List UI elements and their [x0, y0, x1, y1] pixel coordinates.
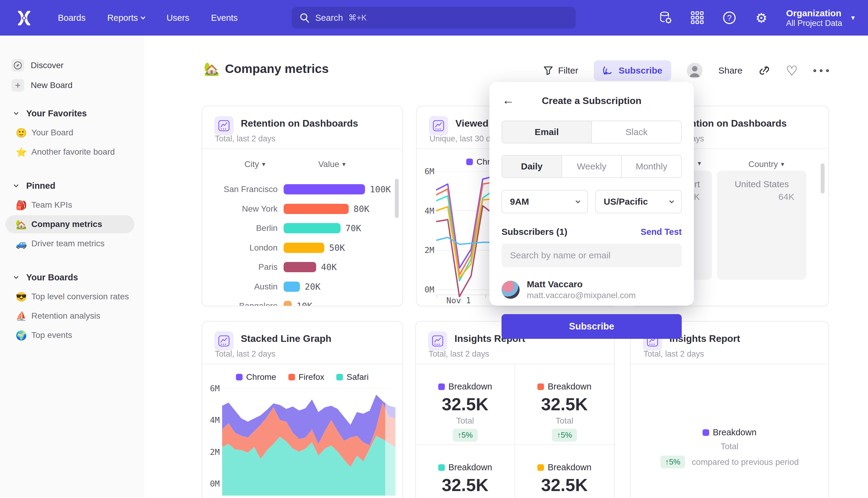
favorite-heart-button[interactable]: ♡: [786, 63, 798, 78]
y-tick: 4M: [417, 206, 434, 215]
legend-breakdown: Breakdown: [438, 462, 492, 472]
y-tick: 2M: [417, 245, 434, 255]
nav-events[interactable]: Events: [211, 13, 238, 23]
column-header-country[interactable]: Country▾: [748, 159, 784, 169]
sidebar-item-another-favorite-board[interactable]: ⭐ Another favorite board: [0, 143, 144, 161]
sidebar-item-discover[interactable]: Discover: [0, 56, 144, 75]
legend-firefox[interactable]: Firefox: [288, 372, 324, 382]
share-button[interactable]: Share: [718, 65, 742, 76]
section-pinned[interactable]: Pinned: [0, 177, 144, 194]
subscriber-search-input[interactable]: [502, 244, 682, 267]
sidebar-item-retention-analysis[interactable]: ⛵ Retention analysis: [0, 307, 144, 325]
send-test-link[interactable]: Send Test: [641, 227, 682, 237]
row-value-label: 20K: [305, 281, 320, 292]
bar[interactable]: [284, 184, 365, 194]
frequency-tabs: Daily Weekly Monthly: [502, 155, 682, 178]
section-your-favorites[interactable]: Your Favorites: [0, 105, 144, 122]
report-chart-icon: [214, 331, 233, 351]
card-title[interactable]: Stacked Line Graph: [241, 333, 332, 344]
board-emoji: 🙂: [16, 128, 29, 138]
bar[interactable]: [284, 301, 292, 306]
legend-swatch: [537, 383, 544, 390]
settings-gear-icon[interactable]: ⚙: [754, 11, 769, 25]
metric-value: 32.5K: [541, 394, 588, 414]
legend-safari[interactable]: Safari: [336, 372, 369, 382]
avatar[interactable]: [687, 63, 703, 78]
time-select[interactable]: 9AM: [502, 190, 588, 213]
column-header-city[interactable]: City▾: [244, 159, 265, 169]
sidebar-item-driver-team-metrics[interactable]: 🚙 Driver team metrics: [0, 235, 144, 253]
search-input[interactable]: Search ⌘+K: [292, 7, 576, 29]
row-city-label: Bangalore: [202, 301, 278, 306]
sidebar-item-company-metrics[interactable]: 🏡 Company metrics: [5, 215, 134, 233]
chevron-down-icon: [14, 110, 19, 115]
nav-users[interactable]: Users: [166, 13, 189, 23]
sidebar-item-top-events[interactable]: 🌍 Top events: [0, 326, 144, 344]
sidebar-item-team-kpis[interactable]: 🎒 Team KPIs: [0, 196, 144, 214]
back-arrow-icon[interactable]: ←: [502, 93, 514, 107]
tab-monthly[interactable]: Monthly: [621, 156, 681, 177]
metric-total-label: Total: [556, 416, 573, 425]
metric-total-label: Total: [456, 416, 474, 425]
link-icon: [758, 65, 770, 77]
mixpanel-logo-icon[interactable]: [17, 11, 31, 25]
tab-weekly[interactable]: Weekly: [561, 156, 622, 177]
legend-chrome[interactable]: Chrome: [236, 372, 276, 382]
bar[interactable]: [284, 204, 349, 214]
subscriber-row[interactable]: Matt Vaccaro matt.vaccaro@mixpanel.com: [502, 279, 682, 300]
person-icon: [687, 63, 703, 78]
data-management-icon[interactable]: [658, 11, 673, 25]
row-city-label: New York: [202, 204, 278, 214]
chart-legend: Chrome Firefox Safari: [236, 372, 369, 382]
legend-swatch: [336, 374, 343, 380]
bar[interactable]: [284, 281, 300, 292]
create-subscription-modal: ← Create a Subscription Email Slack Dail…: [490, 82, 694, 306]
copy-link-button[interactable]: [758, 65, 770, 77]
nav-reports[interactable]: Reports: [107, 13, 145, 23]
scrollbar[interactable]: [395, 179, 399, 218]
card-title[interactable]: Retention on Dashboards: [241, 118, 358, 129]
delta-badge: ↑5%: [660, 456, 685, 469]
org-name: Organization: [786, 8, 842, 19]
legend-swatch: [438, 464, 445, 471]
tab-slack[interactable]: Slack: [591, 121, 681, 143]
modal-subscribe-button[interactable]: Subscribe: [502, 314, 682, 339]
metric-value: 32.5K: [541, 475, 588, 495]
metric-tile: Breakdown32.5KTotal↑5%: [416, 445, 515, 498]
column-header-hidden[interactable]: ▾: [698, 159, 701, 167]
sidebar-item-new-board[interactable]: + New Board: [0, 76, 144, 95]
column-header-value[interactable]: Value▾: [318, 159, 346, 169]
filter-button[interactable]: Filter: [543, 65, 578, 76]
bar[interactable]: [284, 243, 324, 253]
org-project: All Project Data: [786, 19, 842, 28]
row-value-label: 50K: [329, 243, 345, 253]
nav-boards[interactable]: Boards: [58, 13, 85, 23]
apps-grid-icon[interactable]: [690, 11, 705, 25]
board-emoji: 🏡: [16, 219, 29, 230]
help-icon[interactable]: ?: [722, 11, 737, 25]
bar[interactable]: [284, 262, 316, 272]
caret-down-icon: ▾: [262, 160, 265, 168]
y-tick: 6M: [202, 384, 220, 393]
chevron-down-icon: [14, 274, 19, 279]
report-chart-icon: [214, 116, 233, 135]
timezone-select[interactable]: US/Pacific: [595, 190, 682, 213]
tab-daily[interactable]: Daily: [502, 156, 561, 177]
scrollbar[interactable]: [821, 163, 825, 194]
search-shortcut: ⌘+K: [348, 13, 367, 23]
org-switcher[interactable]: Organization All Project Data ▼: [786, 8, 856, 28]
row-city-label: Paris: [202, 262, 278, 272]
bar[interactable]: [284, 223, 340, 233]
more-options-button[interactable]: [813, 69, 829, 72]
subscribe-button[interactable]: Subscribe: [594, 60, 671, 81]
card-insights-report: Insights Report Total, last 2 days Break…: [415, 321, 615, 498]
metric-total-label: Total: [721, 442, 738, 451]
row-value-label: 80K: [353, 204, 369, 214]
tab-email[interactable]: Email: [502, 121, 591, 143]
metric-value: 32.5K: [442, 475, 489, 495]
y-tick: 6M: [417, 167, 434, 176]
user-email: matt.vaccaro@mixpanel.com: [527, 291, 636, 300]
sidebar-item-top-level-conversion-rates[interactable]: 😎 Top level conversion rates: [0, 288, 144, 306]
sidebar-item-your-board[interactable]: 🙂 Your Board: [0, 123, 144, 142]
section-your-boards[interactable]: Your Boards: [0, 269, 144, 286]
